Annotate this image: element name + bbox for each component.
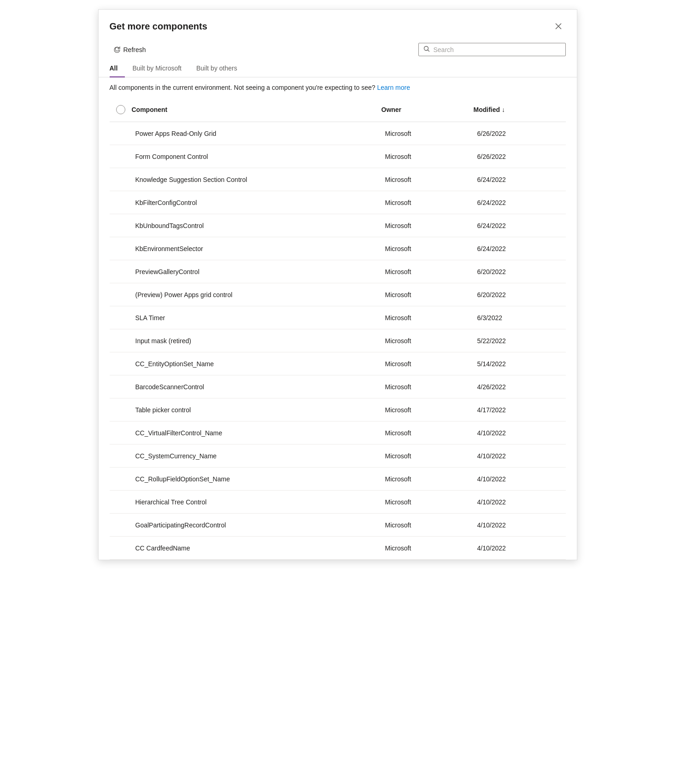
row-checkbox-cell bbox=[110, 446, 132, 466]
table-row[interactable]: CC_EntityOptionSet_Name Microsoft 5/14/2… bbox=[110, 352, 566, 375]
cell-component: Form Component Control bbox=[132, 147, 382, 166]
cell-component: KbUnboundTagsControl bbox=[132, 216, 382, 235]
row-checkbox-cell bbox=[110, 423, 132, 443]
cell-component: Hierarchical Tree Control bbox=[132, 493, 382, 511]
cell-modified: 6/26/2022 bbox=[474, 124, 566, 143]
cell-modified: 4/10/2022 bbox=[474, 447, 566, 465]
table-row[interactable]: Hierarchical Tree Control Microsoft 4/10… bbox=[110, 491, 566, 514]
table-row[interactable]: (Preview) Power Apps grid control Micros… bbox=[110, 283, 566, 306]
dialog-header: Get more components bbox=[99, 10, 577, 39]
table-row[interactable]: GoalParticipatingRecordControl Microsoft… bbox=[110, 514, 566, 537]
cell-component: CC_RollupFieldOptionSet_Name bbox=[132, 470, 382, 488]
cell-owner: Microsoft bbox=[382, 447, 474, 465]
table-row[interactable]: KbEnvironmentSelector Microsoft 6/24/202… bbox=[110, 237, 566, 260]
row-checkbox-cell bbox=[110, 354, 132, 374]
row-checkbox-cell bbox=[110, 146, 132, 167]
table-row[interactable]: PreviewGalleryControl Microsoft 6/20/202… bbox=[110, 260, 566, 283]
table-row[interactable]: Knowledge Suggestion Section Control Mic… bbox=[110, 168, 566, 191]
header-owner: Owner bbox=[382, 102, 474, 117]
select-all-checkbox[interactable] bbox=[116, 105, 125, 114]
table-row[interactable]: KbUnboundTagsControl Microsoft 6/24/2022 bbox=[110, 214, 566, 237]
refresh-button[interactable]: Refresh bbox=[110, 43, 150, 56]
cell-component: KbEnvironmentSelector bbox=[132, 240, 382, 258]
cell-modified: 4/10/2022 bbox=[474, 470, 566, 488]
cell-component: KbFilterConfigControl bbox=[132, 193, 382, 212]
info-text: All components in the current environmen… bbox=[110, 84, 376, 91]
table-row[interactable]: Form Component Control Microsoft 6/26/20… bbox=[110, 145, 566, 168]
cell-owner: Microsoft bbox=[382, 286, 474, 304]
table-row[interactable]: KbFilterConfigControl Microsoft 6/24/202… bbox=[110, 191, 566, 214]
toolbar: Refresh bbox=[99, 39, 577, 60]
row-checkbox-cell bbox=[110, 216, 132, 236]
dialog-title: Get more components bbox=[110, 21, 207, 32]
cell-component: (Preview) Power Apps grid control bbox=[132, 286, 382, 304]
cell-owner: Microsoft bbox=[382, 401, 474, 419]
row-checkbox-cell bbox=[110, 331, 132, 351]
tab-built-by-microsoft[interactable]: Built by Microsoft bbox=[125, 60, 189, 77]
cell-owner: Microsoft bbox=[382, 424, 474, 442]
row-checkbox-cell bbox=[110, 123, 132, 144]
close-button[interactable] bbox=[551, 19, 566, 34]
cell-component: Power Apps Read-Only Grid bbox=[132, 124, 382, 143]
cell-owner: Microsoft bbox=[382, 147, 474, 166]
cell-component: BarcodeScannerControl bbox=[132, 378, 382, 396]
cell-modified: 4/10/2022 bbox=[474, 539, 566, 557]
cell-modified: 6/20/2022 bbox=[474, 263, 566, 281]
row-checkbox-cell bbox=[110, 285, 132, 305]
cell-modified: 5/22/2022 bbox=[474, 332, 566, 350]
cell-component: Knowledge Suggestion Section Control bbox=[132, 170, 382, 189]
cell-modified: 4/10/2022 bbox=[474, 516, 566, 534]
cell-modified: 6/3/2022 bbox=[474, 309, 566, 327]
row-checkbox-cell bbox=[110, 170, 132, 190]
header-component: Component bbox=[132, 102, 382, 117]
get-more-components-dialog: Get more components Refresh All bbox=[98, 9, 577, 560]
row-checkbox-cell bbox=[110, 538, 132, 558]
table-row[interactable]: CC_SystemCurrency_Name Microsoft 4/10/20… bbox=[110, 445, 566, 468]
cell-component: CC_SystemCurrency_Name bbox=[132, 447, 382, 465]
row-checkbox-cell bbox=[110, 377, 132, 397]
table-row[interactable]: Table picker control Microsoft 4/17/2022 bbox=[110, 398, 566, 421]
close-icon bbox=[555, 23, 562, 30]
cell-component: Table picker control bbox=[132, 401, 382, 419]
table-row[interactable]: CC CardfeedName Microsoft 4/10/2022 bbox=[110, 537, 566, 560]
learn-more-link[interactable]: Learn more bbox=[377, 84, 410, 91]
cell-modified: 4/10/2022 bbox=[474, 493, 566, 511]
tabs-container: All Built by Microsoft Built by others bbox=[99, 60, 577, 77]
cell-modified: 4/26/2022 bbox=[474, 378, 566, 396]
table-rows: Power Apps Read-Only Grid Microsoft 6/26… bbox=[110, 122, 566, 560]
cell-owner: Microsoft bbox=[382, 332, 474, 350]
cell-modified: 6/24/2022 bbox=[474, 170, 566, 189]
tab-built-by-others[interactable]: Built by others bbox=[189, 60, 245, 77]
header-modified[interactable]: Modified ↓ bbox=[474, 102, 566, 117]
cell-owner: Microsoft bbox=[382, 516, 474, 534]
cell-component: Input mask (retired) bbox=[132, 332, 382, 350]
table-header: Component Owner Modified ↓ bbox=[110, 98, 566, 122]
cell-owner: Microsoft bbox=[382, 263, 474, 281]
row-checkbox-cell bbox=[110, 492, 132, 512]
cell-owner: Microsoft bbox=[382, 309, 474, 327]
table-row[interactable]: BarcodeScannerControl Microsoft 4/26/202… bbox=[110, 375, 566, 398]
header-select bbox=[110, 101, 132, 118]
row-checkbox-cell bbox=[110, 262, 132, 282]
table-row[interactable]: CC_RollupFieldOptionSet_Name Microsoft 4… bbox=[110, 468, 566, 491]
table-row[interactable]: Input mask (retired) Microsoft 5/22/2022 bbox=[110, 329, 566, 352]
cell-component: GoalParticipatingRecordControl bbox=[132, 516, 382, 534]
table-container: Component Owner Modified ↓ Power Apps Re… bbox=[99, 98, 577, 560]
cell-owner: Microsoft bbox=[382, 539, 474, 557]
cell-modified: 6/24/2022 bbox=[474, 193, 566, 212]
table-row[interactable]: CC_VirtualFilterControl_Name Microsoft 4… bbox=[110, 421, 566, 445]
info-bar: All components in the current environmen… bbox=[99, 77, 577, 98]
cell-owner: Microsoft bbox=[382, 193, 474, 212]
cell-modified: 6/24/2022 bbox=[474, 240, 566, 258]
cell-modified: 4/17/2022 bbox=[474, 401, 566, 419]
table-row[interactable]: Power Apps Read-Only Grid Microsoft 6/26… bbox=[110, 122, 566, 145]
row-checkbox-cell bbox=[110, 400, 132, 420]
tab-all[interactable]: All bbox=[110, 60, 125, 77]
cell-modified: 6/24/2022 bbox=[474, 216, 566, 235]
search-icon bbox=[423, 46, 430, 53]
cell-modified: 4/10/2022 bbox=[474, 424, 566, 442]
search-input[interactable] bbox=[434, 46, 561, 53]
cell-owner: Microsoft bbox=[382, 355, 474, 373]
cell-component: CC CardfeedName bbox=[132, 539, 382, 557]
table-row[interactable]: SLA Timer Microsoft 6/3/2022 bbox=[110, 306, 566, 329]
